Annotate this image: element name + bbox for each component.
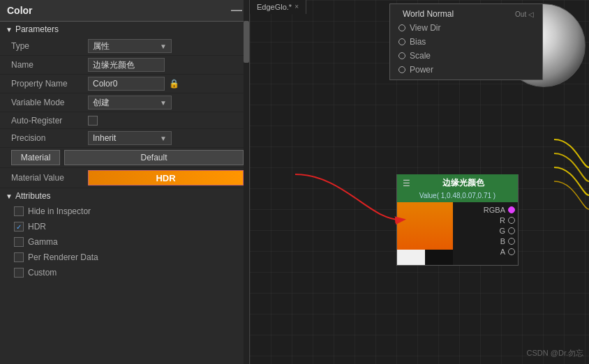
node-title: 边缘光颜色 bbox=[415, 177, 512, 189]
b-label: B bbox=[500, 237, 505, 245]
out-label: Out ◁ bbox=[515, 10, 534, 18]
view-dir-radio[interactable] bbox=[398, 24, 405, 31]
scale-label: Scale bbox=[410, 51, 431, 61]
precision-dropdown-value: Inherit bbox=[93, 133, 116, 143]
custom-checkbox[interactable] bbox=[14, 268, 24, 278]
r-dot[interactable] bbox=[508, 217, 515, 224]
left-panel: Color — ▼ Parameters Type 属性 ▼ Name 边缘光颜… bbox=[0, 0, 250, 364]
material-value-row: Material Value HDR bbox=[0, 168, 249, 188]
scale-item[interactable]: Scale bbox=[390, 49, 542, 63]
custom-label: Custom bbox=[28, 268, 57, 278]
precision-dropdown[interactable]: Inherit ▼ bbox=[88, 131, 172, 145]
hide-in-inspector-row: Hide in Inspector bbox=[0, 204, 249, 219]
property-name-value: Color0 🔒 bbox=[88, 77, 244, 91]
parameters-section-header[interactable]: ▼ Parameters bbox=[0, 22, 249, 37]
tab-label: EdgeGlo.* bbox=[257, 3, 292, 11]
gamma-label: Gamma bbox=[28, 237, 58, 247]
world-normal-label: World Normal bbox=[403, 9, 454, 19]
r-label: R bbox=[500, 216, 505, 225]
a-dot[interactable] bbox=[508, 248, 515, 255]
b-dot[interactable] bbox=[508, 238, 515, 245]
type-label: Type bbox=[11, 41, 88, 51]
variable-mode-label: Variable Mode bbox=[11, 98, 88, 107]
bias-item[interactable]: Bias bbox=[390, 35, 542, 49]
g-channel-row: G bbox=[453, 226, 518, 236]
bias-label: Bias bbox=[410, 37, 426, 47]
g-dot[interactable] bbox=[508, 227, 515, 234]
white-swatch bbox=[397, 250, 425, 265]
attributes-label: Attributes bbox=[15, 191, 51, 201]
material-value-label: Material Value bbox=[11, 173, 88, 183]
power-radio[interactable] bbox=[398, 66, 405, 73]
property-name-label: Property Name bbox=[11, 79, 88, 89]
attributes-section-header[interactable]: ▼ Attributes bbox=[0, 188, 249, 204]
hdr-row: HDR bbox=[0, 219, 249, 234]
hdr-button[interactable]: HDR bbox=[88, 170, 244, 185]
material-row: Material Default bbox=[0, 148, 249, 168]
scroll-thumb[interactable] bbox=[244, 21, 249, 63]
red-arrow-svg bbox=[288, 167, 414, 237]
type-dropdown-value: 属性 bbox=[93, 40, 110, 52]
panel-title: Color bbox=[7, 5, 33, 16]
material-button[interactable]: Material bbox=[11, 150, 60, 165]
variable-mode-row: Variable Mode 创建 ▼ bbox=[0, 93, 249, 112]
node-channels: RGBA R G B bbox=[453, 202, 518, 265]
per-renderer-data-label: Per Renderer Data bbox=[28, 252, 98, 262]
hdr-label: HDR bbox=[28, 222, 46, 232]
per-renderer-data-checkbox[interactable] bbox=[14, 252, 24, 262]
a-channel-row: A bbox=[453, 247, 518, 257]
variable-mode-dropdown[interactable]: 创建 ▼ bbox=[88, 96, 172, 109]
node-subtitle: Value( 1,0.48,0.07,0.71 ) bbox=[397, 192, 518, 202]
power-label: Power bbox=[410, 65, 433, 75]
hide-in-inspector-checkbox[interactable] bbox=[14, 206, 24, 216]
precision-row: Precision Inherit ▼ bbox=[0, 129, 249, 148]
a-label: A bbox=[500, 248, 505, 256]
color-node: ☰ 边缘光颜色 Value( 1,0.48,0.07,0.71 ) RGBA R bbox=[396, 174, 519, 266]
edge-glow-tab[interactable]: EdgeGlo.* × bbox=[250, 0, 306, 14]
type-value: 属性 ▼ bbox=[88, 39, 244, 53]
rgba-label: RGBA bbox=[484, 206, 505, 214]
lock-icon[interactable]: 🔒 bbox=[169, 79, 179, 89]
watermark: CSDN @Dr.勿忘 bbox=[527, 348, 583, 358]
name-field[interactable]: 边缘光颜色 bbox=[88, 58, 165, 72]
gamma-row: Gamma bbox=[0, 234, 249, 250]
world-normal-title: World Normal Out ◁ bbox=[390, 7, 542, 21]
auto-register-checkbox[interactable] bbox=[88, 116, 98, 126]
parameters-triangle-icon: ▼ bbox=[6, 26, 13, 33]
material-value-field: HDR bbox=[88, 170, 244, 185]
precision-arrow-icon: ▼ bbox=[160, 135, 167, 142]
default-button[interactable]: Default bbox=[64, 150, 244, 165]
auto-register-label: Auto-Register bbox=[11, 116, 88, 126]
wire-svg bbox=[533, 126, 589, 265]
rgba-dot[interactable] bbox=[508, 206, 515, 213]
name-label: Name bbox=[11, 60, 88, 70]
world-normal-panel: World Normal Out ◁ View Dir Bias Scale P… bbox=[389, 3, 543, 80]
auto-register-value bbox=[88, 116, 244, 126]
minimize-button[interactable]: — bbox=[231, 4, 242, 17]
tab-bar: EdgeGlo.* × bbox=[250, 0, 306, 14]
property-name-field[interactable]: Color0 bbox=[88, 77, 165, 91]
gamma-checkbox[interactable] bbox=[14, 237, 24, 247]
type-dropdown-arrow-icon: ▼ bbox=[160, 43, 167, 50]
node-header: ☰ 边缘光颜色 bbox=[397, 174, 518, 192]
power-item[interactable]: Power bbox=[390, 63, 542, 77]
name-row: Name 边缘光颜色 bbox=[0, 56, 249, 75]
name-value: 边缘光颜色 bbox=[88, 58, 244, 72]
hide-in-inspector-label: Hide in Inspector bbox=[28, 206, 91, 216]
variable-mode-arrow-icon: ▼ bbox=[160, 99, 167, 107]
scroll-indicator[interactable] bbox=[244, 0, 249, 364]
hdr-checkbox[interactable] bbox=[14, 222, 24, 232]
parameters-label: Parameters bbox=[15, 24, 59, 34]
panel-title-bar: Color — bbox=[0, 0, 249, 22]
right-panel: World Normal Out ◁ View Dir Bias Scale P… bbox=[250, 0, 589, 364]
type-dropdown[interactable]: 属性 ▼ bbox=[88, 39, 172, 53]
precision-label: Precision bbox=[11, 133, 88, 143]
type-row: Type 属性 ▼ bbox=[0, 37, 249, 56]
precision-value: Inherit ▼ bbox=[88, 131, 244, 145]
close-tab-icon[interactable]: × bbox=[294, 3, 299, 10]
auto-register-row: Auto-Register bbox=[0, 112, 249, 129]
bias-radio[interactable] bbox=[398, 38, 405, 45]
view-dir-item[interactable]: View Dir bbox=[390, 21, 542, 35]
variable-mode-value: 创建 ▼ bbox=[88, 96, 244, 109]
scale-radio[interactable] bbox=[398, 52, 405, 59]
